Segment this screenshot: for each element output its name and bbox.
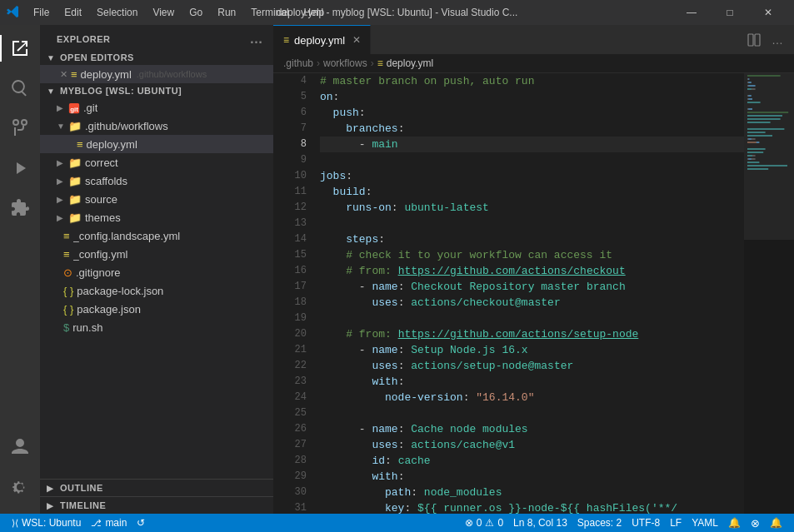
source-folder-icon: 📁 bbox=[68, 193, 82, 206]
status-remote[interactable]: ⊗ bbox=[746, 514, 765, 532]
breadcrumb-filename[interactable]: deploy.yml bbox=[387, 57, 433, 69]
code-line: branches: bbox=[320, 121, 744, 137]
activity-extensions[interactable] bbox=[0, 188, 40, 228]
activity-source-control[interactable] bbox=[0, 108, 40, 148]
line-number: 11 bbox=[273, 184, 307, 200]
maximize-button[interactable]: □ bbox=[711, 0, 749, 25]
status-eol[interactable]: LF bbox=[665, 514, 687, 532]
open-editors-chevron: ▼ bbox=[47, 53, 57, 62]
sidebar-item-scaffolds[interactable]: ▶ 📁 scaffolds bbox=[40, 172, 273, 190]
status-cursor[interactable]: Ln 8, Col 13 bbox=[508, 514, 572, 532]
line-number: 15 bbox=[273, 247, 307, 263]
close-button[interactable]: ✕ bbox=[749, 0, 787, 25]
yml-icon: ≡ bbox=[71, 68, 77, 81]
tab-deploy-yml[interactable]: ≡ deploy.yml ✕ bbox=[273, 25, 371, 54]
sidebar-more-button[interactable]: … bbox=[250, 32, 264, 47]
status-bell[interactable]: 🔔 bbox=[723, 514, 746, 532]
activity-account[interactable] bbox=[0, 427, 40, 467]
explorer-section-header[interactable]: ▼ MYBLOG [WSL: UBUNTU] bbox=[40, 83, 273, 98]
status-wsl[interactable]: ⟩⟨ WSL: Ubuntu bbox=[7, 514, 86, 532]
vscode-logo bbox=[7, 6, 20, 19]
code-content[interactable]: # master branch on push, auto runon: pus… bbox=[313, 73, 744, 514]
sidebar-item-correct[interactable]: ▶ 📁 correct bbox=[40, 153, 273, 172]
line-number: 26 bbox=[273, 421, 307, 437]
line-number: 25 bbox=[273, 405, 307, 421]
tabs-bar: ≡ deploy.yml ✕ … bbox=[273, 25, 794, 54]
minimap bbox=[744, 73, 794, 514]
sidebar: Explorer … ▼ Open Editors ✕ ≡ deploy.yml… bbox=[40, 25, 273, 514]
sidebar-item-package-json[interactable]: { } package.json bbox=[40, 300, 273, 318]
line-numbers: 4567891011121314151617181920212223242526… bbox=[273, 73, 313, 514]
outline-label: Outline bbox=[60, 483, 103, 493]
code-line bbox=[320, 405, 744, 421]
git-folder-chevron: ▶ bbox=[57, 103, 67, 112]
error-icon: ⊗ bbox=[465, 517, 473, 529]
code-editor[interactable]: 4567891011121314151617181920212223242526… bbox=[273, 73, 794, 514]
status-sync[interactable]: ↺ bbox=[132, 514, 150, 532]
line-number: 12 bbox=[273, 200, 307, 216]
minimize-button[interactable]: — bbox=[672, 0, 711, 25]
sidebar-item-deploy-yml[interactable]: ≡ deploy.yml bbox=[40, 135, 273, 153]
code-line: uses: actions/setup-node@master bbox=[320, 358, 744, 374]
code-line: node-version: "16.14.0" bbox=[320, 390, 744, 405]
menu-file[interactable]: File bbox=[27, 5, 56, 20]
line-number: 9 bbox=[273, 152, 307, 168]
split-editor-button[interactable] bbox=[744, 30, 764, 50]
tab-close-button[interactable]: ✕ bbox=[350, 33, 363, 47]
status-errors[interactable]: ⊗ 0 ⚠ 0 bbox=[460, 514, 508, 532]
line-number: 28 bbox=[273, 453, 307, 469]
more-tabs-button[interactable]: … bbox=[767, 30, 787, 50]
line-number: 13 bbox=[273, 216, 307, 231]
sidebar-item-config-landscape[interactable]: ≡ _config.landscape.yml bbox=[40, 226, 273, 245]
sidebar-item-package-lock[interactable]: { } package-lock.json bbox=[40, 281, 273, 300]
sidebar-item-github-workflows[interactable]: ▼ 📁 .github/workflows bbox=[40, 117, 273, 135]
close-tab-icon[interactable]: ✕ bbox=[60, 69, 67, 80]
sidebar-item-gitignore[interactable]: ⊙ .gitignore bbox=[40, 263, 273, 281]
sidebar-item-git[interactable]: ▶ git .git bbox=[40, 98, 273, 117]
code-line: id: cache bbox=[320, 453, 744, 469]
activity-search[interactable] bbox=[0, 68, 40, 108]
status-branch[interactable]: ⎇ main bbox=[86, 514, 132, 532]
deploy-yml-icon: ≡ bbox=[77, 138, 83, 151]
menu-run[interactable]: Run bbox=[211, 5, 242, 20]
sidebar-item-source[interactable]: ▶ 📁 source bbox=[40, 190, 273, 208]
line-number: 27 bbox=[273, 437, 307, 453]
status-warning-count: 0 bbox=[497, 517, 503, 529]
package-json-icon: { } bbox=[63, 303, 73, 316]
status-encoding[interactable]: UTF-8 bbox=[627, 514, 665, 532]
code-line: runs-on: ubuntu-latest bbox=[320, 200, 744, 216]
line-number: 6 bbox=[273, 105, 307, 121]
code-line: path: node_modules bbox=[320, 485, 744, 500]
sidebar-item-run-sh[interactable]: $ run.sh bbox=[40, 318, 273, 336]
sidebar-item-config-yml[interactable]: ≡ _config.yml bbox=[40, 245, 273, 263]
status-language[interactable]: YAML bbox=[687, 514, 723, 532]
wsl-remote-icon: ⟩⟨ bbox=[12, 518, 18, 529]
open-editor-deploy-yml[interactable]: ✕ ≡ deploy.yml .github/workflows bbox=[40, 65, 273, 83]
package-lock-icon: { } bbox=[63, 285, 73, 297]
explorer-label: MYBLOG [WSL: UBUNTU] bbox=[60, 86, 182, 96]
menu-view[interactable]: View bbox=[146, 5, 181, 20]
activity-explorer[interactable] bbox=[0, 28, 40, 68]
code-line: push: bbox=[320, 105, 744, 121]
menu-go[interactable]: Go bbox=[182, 5, 209, 20]
themes-chevron: ▶ bbox=[57, 213, 67, 222]
code-line: - name: Checkout Repository master branc… bbox=[320, 279, 744, 295]
config-yml-icon: ≡ bbox=[63, 248, 70, 261]
breadcrumb-github[interactable]: .github bbox=[283, 57, 313, 69]
activity-run[interactable] bbox=[0, 148, 40, 188]
activity-settings[interactable] bbox=[0, 467, 40, 507]
status-notifications[interactable]: 🔔 bbox=[765, 514, 787, 532]
open-editors-section-header[interactable]: ▼ Open Editors bbox=[40, 50, 273, 65]
status-eol-label: LF bbox=[670, 517, 682, 529]
menu-selection[interactable]: Selection bbox=[90, 5, 144, 20]
timeline-section-header[interactable]: ▶ Timeline bbox=[40, 497, 273, 514]
menu-edit[interactable]: Edit bbox=[57, 5, 88, 20]
status-spaces[interactable]: Spaces: 2 bbox=[572, 514, 627, 532]
timeline-chevron: ▶ bbox=[47, 501, 57, 510]
git-folder-icon: git bbox=[68, 101, 80, 114]
outline-section-header[interactable]: ▶ Outline bbox=[40, 480, 273, 496]
line-number: 17 bbox=[273, 279, 307, 295]
sidebar-item-themes[interactable]: ▶ 📁 themes bbox=[40, 208, 273, 226]
status-cursor-label: Ln 8, Col 13 bbox=[513, 517, 567, 529]
breadcrumb-workflows[interactable]: workflows bbox=[323, 57, 367, 69]
